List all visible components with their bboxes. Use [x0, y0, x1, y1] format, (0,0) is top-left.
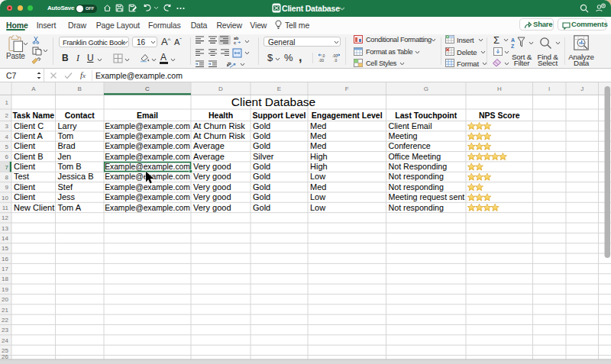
svg-text:At Churn Risk: At Churn Risk [193, 131, 245, 140]
svg-text:18: 18 [2, 275, 8, 282]
svg-text:Med: Med [310, 131, 326, 140]
svg-text:Client Email: Client Email [389, 121, 432, 130]
svg-text:Low: Low [310, 192, 325, 201]
svg-text:Not responding: Not responding [389, 182, 445, 192]
svg-text:At Churn Risk: At Churn Risk [193, 121, 245, 130]
svg-text:Low: Low [310, 172, 325, 181]
svg-text:Z: Z [511, 43, 515, 49]
svg-text:Average: Average [193, 152, 225, 161]
svg-text:Email: Email [137, 111, 158, 120]
svg-text:Last Touchpoint: Last Touchpoint [395, 111, 457, 120]
svg-text:22: 22 [2, 317, 8, 324]
svg-text:A: A [511, 37, 515, 43]
svg-text:Very good: Very good [193, 192, 231, 201]
svg-text:9: 9 [5, 184, 9, 191]
svg-text:Jessica B: Jessica B [58, 172, 94, 181]
svg-text:E: E [277, 85, 281, 92]
svg-text:Client Database: Client Database [231, 95, 315, 108]
svg-text:Not responding: Not responding [389, 172, 445, 181]
svg-text:Client: Client [14, 141, 35, 150]
svg-text:Client: Client [14, 192, 35, 201]
svg-text:High: High [310, 162, 328, 171]
svg-text:Larry: Larry [58, 121, 78, 130]
svg-text:23: 23 [2, 327, 8, 333]
svg-text:Client A: Client A [14, 131, 44, 140]
svg-text:Average: Average [193, 141, 225, 150]
svg-text:C: C [145, 85, 150, 92]
svg-text:Not Responding: Not Responding [389, 162, 448, 171]
svg-text:Meeting request sent: Meeting request sent [389, 192, 465, 201]
svg-text:1: 1 [5, 99, 9, 106]
svg-text:H: H [497, 85, 502, 92]
svg-text:High: High [310, 152, 328, 161]
svg-text:F: F [345, 85, 349, 92]
svg-text:Gold: Gold [253, 141, 270, 150]
svg-text:15: 15 [2, 245, 8, 252]
svg-text:Example@example.com: Example@example.com [105, 142, 190, 150]
svg-text:Tom: Tom [58, 131, 74, 140]
svg-text:Very good: Very good [193, 172, 231, 181]
svg-text:Example@example.com: Example@example.com [105, 153, 190, 161]
svg-text:Tom A: Tom A [58, 203, 82, 212]
svg-text:D: D [218, 85, 223, 92]
svg-text:Not responding: Not responding [389, 203, 445, 212]
svg-text:G: G [424, 85, 428, 92]
svg-text:21: 21 [2, 307, 8, 314]
svg-text:.0: .0 [334, 58, 337, 63]
svg-text:Jess: Jess [58, 192, 76, 201]
svg-text:4: 4 [5, 134, 9, 140]
svg-text:Example@example.com: Example@example.com [105, 163, 190, 171]
svg-text:Task Name: Task Name [12, 111, 54, 120]
svg-text:Med: Med [310, 121, 326, 130]
svg-text:8: 8 [5, 174, 9, 181]
svg-text:26: 26 [2, 353, 8, 360]
svg-text:Tom B: Tom B [58, 162, 82, 171]
svg-text:Med: Med [310, 182, 326, 192]
svg-text:New Client: New Client [14, 203, 54, 212]
svg-text:I: I [548, 85, 550, 92]
svg-text:Meeting: Meeting [389, 131, 418, 140]
svg-text:Jen: Jen [58, 152, 72, 161]
svg-text:Health: Health [209, 111, 233, 120]
svg-text:Gold: Gold [253, 131, 270, 140]
svg-text:Low: Low [310, 203, 325, 212]
svg-text:Support Level: Support Level [252, 111, 306, 120]
svg-text:Very good: Very good [193, 203, 231, 212]
svg-text:13: 13 [2, 225, 8, 232]
svg-text:Client: Client [14, 182, 35, 192]
svg-text:Stef: Stef [58, 182, 74, 192]
svg-text:12: 12 [2, 214, 8, 221]
svg-text:Example@example.com: Example@example.com [105, 183, 190, 192]
svg-text:B: B [78, 85, 82, 92]
svg-text:Engagement Level: Engagement Level [312, 111, 383, 120]
svg-text:.00: .00 [318, 58, 324, 63]
svg-text:Gold: Gold [253, 172, 270, 181]
svg-text:NPS Score: NPS Score [479, 111, 520, 120]
svg-text:17: 17 [2, 266, 8, 272]
svg-text:3: 3 [5, 123, 9, 130]
svg-text:16: 16 [2, 256, 8, 263]
svg-text:10: 10 [2, 195, 8, 201]
svg-text:Client C: Client C [14, 121, 44, 130]
svg-text:Gold: Gold [253, 121, 270, 130]
svg-text:c: c [234, 40, 236, 45]
svg-text:Gold: Gold [253, 203, 270, 212]
svg-text:Very good: Very good [193, 162, 231, 171]
svg-text:7: 7 [5, 164, 9, 171]
svg-text:24: 24 [2, 337, 8, 344]
svg-text:Gold: Gold [253, 192, 270, 201]
svg-text:Silver: Silver [253, 152, 274, 161]
svg-text:20: 20 [2, 296, 8, 303]
svg-text:Office Meeting: Office Meeting [389, 152, 441, 161]
svg-text:Client B: Client B [14, 152, 44, 161]
svg-text:Example@example.com: Example@example.com [105, 193, 190, 201]
svg-text:Client: Client [14, 162, 35, 171]
svg-text:Gold: Gold [253, 182, 270, 192]
svg-text:2: 2 [5, 112, 9, 119]
svg-text:6: 6 [5, 153, 9, 160]
svg-text:Contact: Contact [65, 111, 95, 120]
svg-text:Test: Test [14, 172, 29, 181]
svg-text:Brad: Brad [58, 141, 76, 150]
svg-text:19: 19 [2, 286, 8, 293]
svg-text:11: 11 [2, 205, 9, 211]
